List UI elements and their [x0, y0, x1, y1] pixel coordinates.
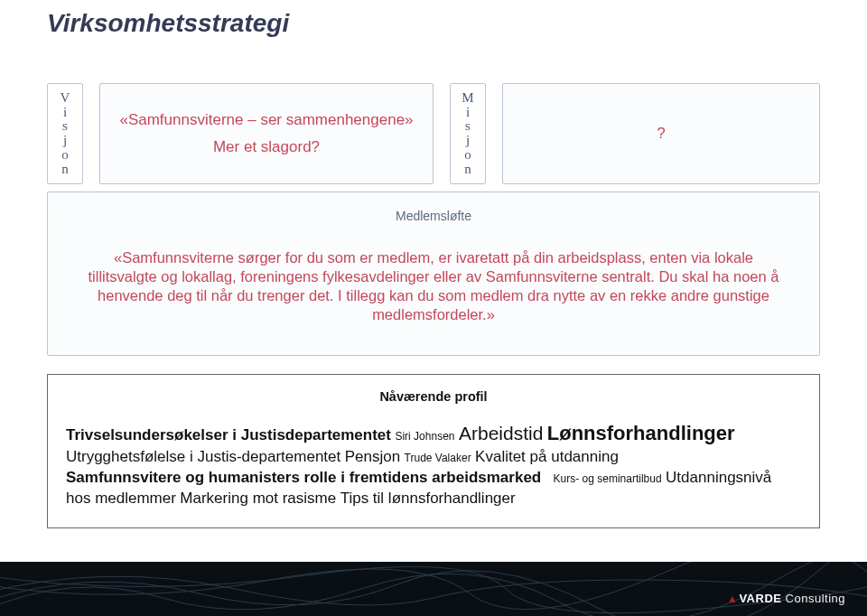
- char: M: [461, 91, 473, 106]
- profile-line-1: Trivselsundersøkelser i Justisdepartemen…: [66, 420, 801, 447]
- char: o: [61, 148, 70, 163]
- vision-line2: Mer et slagord?: [213, 138, 320, 156]
- pledge-heading: Medlemsløfte: [88, 209, 779, 223]
- mission-content-box: ?: [502, 83, 820, 184]
- char: n: [61, 163, 70, 177]
- text: Pensjon: [345, 448, 400, 465]
- vision-label-box: V i s j o n: [47, 83, 83, 184]
- text: Utdanningsnivå: [666, 469, 771, 486]
- text: Tips til lønnsforhandlinger: [340, 490, 516, 507]
- brand-sub: Consulting: [781, 592, 845, 605]
- char: j: [461, 134, 473, 148]
- text: Trivselsundersøkelser i Justisdepartemen…: [66, 426, 391, 443]
- text: Utrygghetsfølelse i Justis-departementet: [66, 448, 340, 465]
- profile-box: Nåværende profil Trivselsundersøkelser i…: [47, 374, 820, 528]
- char: i: [61, 106, 70, 120]
- pledge-box: Medlemsløfte «Samfunnsviterne sørger for…: [47, 191, 820, 356]
- brand-name: VARDE: [739, 592, 781, 605]
- mission-label-box: M i s j o n: [450, 83, 486, 184]
- char: s: [461, 119, 473, 134]
- vision-content-box: «Samfunnsviterne – ser sammenhengene» Me…: [99, 83, 434, 184]
- text: Kurs- og seminartilbud: [554, 472, 662, 485]
- text: Markering mot rasisme: [180, 490, 336, 507]
- profile-heading: Nåværende profil: [66, 389, 801, 404]
- vision-label: V i s j o n: [61, 91, 70, 177]
- profile-line-2: Utrygghetsfølelse i Justis-departementet…: [66, 447, 801, 468]
- char: j: [61, 134, 70, 148]
- char: V: [61, 91, 70, 106]
- vision-mission-row: V i s j o n «Samfunnsviterne – ser samme…: [47, 83, 820, 184]
- text: Trude Valaker: [405, 452, 471, 464]
- char: n: [461, 163, 473, 177]
- char: i: [461, 106, 473, 120]
- footer: ▲VARDE Consulting: [0, 562, 867, 616]
- topography-pattern: [0, 562, 867, 616]
- text: Arbeidstid: [459, 423, 543, 443]
- text: Lønnsforhandlinger: [547, 422, 735, 444]
- text: hos medlemmer: [66, 490, 176, 507]
- char: o: [461, 148, 473, 163]
- page-title: Virksomhetsstrategi: [47, 9, 289, 38]
- profile-line-4: hos medlemmer Markering mot rasisme Tips…: [66, 489, 801, 509]
- mission-content: ?: [657, 125, 665, 143]
- triangle-icon: ▲: [727, 593, 738, 605]
- slide: Virksomhetsstrategi V i s j o n «Samfunn…: [0, 0, 867, 616]
- char: s: [61, 119, 70, 134]
- vision-line1: «Samfunnsviterne – ser sammenhengene»: [119, 111, 413, 129]
- mission-label: M i s j o n: [461, 91, 473, 177]
- text: Samfunnsvitere og humanisters rolle i fr…: [66, 469, 541, 486]
- profile-body: Trivselsundersøkelser i Justisdepartemen…: [66, 420, 801, 509]
- pledge-body: «Samfunnsviterne sørger for du som er me…: [88, 248, 779, 324]
- profile-line-3: Samfunnsvitere og humanisters rolle i fr…: [66, 468, 801, 489]
- text: Kvalitet på utdanning: [475, 448, 619, 465]
- text: Siri Johnsen: [395, 430, 454, 443]
- brand-logo: ▲VARDE Consulting: [727, 592, 845, 605]
